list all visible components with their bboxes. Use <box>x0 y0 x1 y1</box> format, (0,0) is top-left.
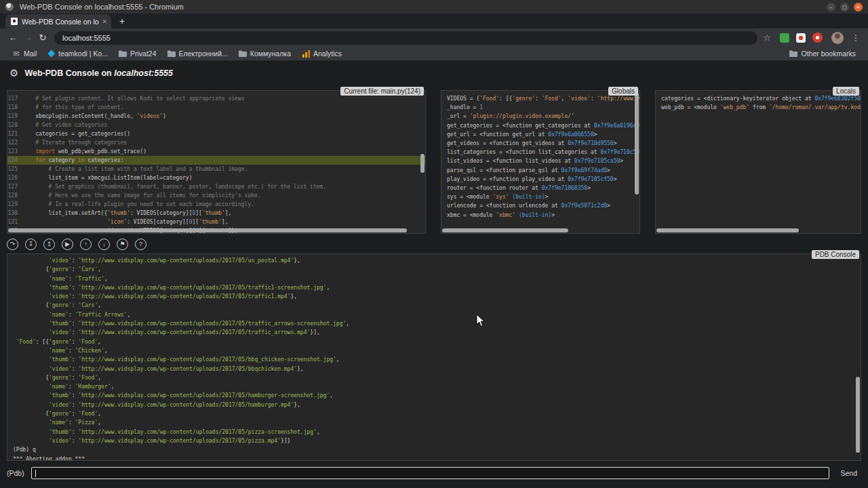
extension-green-icon[interactable] <box>780 33 789 43</box>
continue-button[interactable]: ▶ <box>62 239 73 250</box>
code-line: 119 xbmcplugin.setContent(_handle, 'vide… <box>7 112 425 121</box>
pdb-console-badge: PDB Console <box>812 250 859 259</box>
console-line: 'video': 'http://www.vidsplay.com/wp-con… <box>13 365 855 373</box>
locals-horizontal-scrollbar <box>656 228 854 232</box>
folder-icon <box>119 49 127 58</box>
console-line: {'genre': 'Food', <box>13 373 855 382</box>
next-button[interactable]: ↷ <box>7 239 18 250</box>
pdb-command-input[interactable] <box>32 470 829 481</box>
console-line: 'name': 'Traffic', <box>13 274 855 283</box>
close-button[interactable]: ✕ <box>854 3 863 12</box>
console-line: 'Food': [{'genre': 'Food', <box>13 338 855 346</box>
code-lines: 117 # Set plugin content. It allows Kodi… <box>7 91 425 233</box>
stack-down-button[interactable]: ↓ <box>98 239 110 250</box>
folder-icon <box>239 49 247 58</box>
bookmark-label: teamkodi | Ko... <box>58 49 108 58</box>
other-bookmarks-button[interactable]: Other bookmarks <box>784 47 861 60</box>
code-line: 118 # for this type of content. <box>7 103 425 112</box>
scrollbar-thumb[interactable] <box>635 93 639 195</box>
code-line: 130 list_item.setArt({'thumb': VIDEOS[ca… <box>7 209 425 218</box>
code-line: 127 # Set graphics (thumbnail, fanart, b… <box>7 182 425 191</box>
console-line: 'video': 'http://www.vidsplay.com/wp-con… <box>13 436 855 445</box>
scrollbar-thumb[interactable] <box>420 154 425 173</box>
address-bar[interactable]: localhost:5555 <box>54 31 757 45</box>
scrollbar-thumb[interactable] <box>8 228 407 232</box>
bookmark-item[interactable]: ✉Mail <box>7 47 42 60</box>
variable-line: _url = 'plugin://plugin.video.example/' <box>447 112 634 121</box>
variable-line: VIDEOS = {'Food': [{'genre': 'Food', 'vi… <box>447 94 634 103</box>
bookmarks-bar: ✉Mailteamkodi | Ko...Privat24Електронний… <box>0 47 868 61</box>
scrollbar-thumb[interactable] <box>656 228 799 232</box>
console-line: 'name': 'Hamburger', <box>13 382 855 391</box>
folder-icon <box>789 49 797 58</box>
other-bookmarks-label: Other bookmarks <box>801 49 856 58</box>
code-horizontal-scrollbar <box>8 228 419 232</box>
variable-line: router = <function router at 0x7f9e71068… <box>447 184 634 192</box>
console-line: 'video': 'http://www.vidsplay.com/wp-con… <box>13 292 855 301</box>
code-line: 122 # Iterate through categories <box>7 138 425 147</box>
back-icon[interactable]: ← <box>5 33 20 42</box>
bookmark-item[interactable]: Privat24 <box>113 47 162 60</box>
tab-favicon-icon <box>11 18 18 25</box>
console-line: 'video': 'http://www.vidsplay.com/wp-con… <box>13 256 855 265</box>
stack-up-button[interactable]: ↑ <box>80 239 92 250</box>
code-line: 128 # Here we use the same image for all… <box>7 191 425 200</box>
page-title-host: localhost:5555 <box>114 68 173 78</box>
bookmark-item[interactable]: Коммуналка <box>233 47 296 60</box>
code-line: 121 categories = get_categories() <box>7 129 425 138</box>
page-header: ⚙ Web-PDB Console on localhost:5555 <box>0 61 868 84</box>
console-line: 'name': 'Traffic Arrows', <box>13 310 855 319</box>
minimize-button[interactable]: – <box>827 3 835 12</box>
scrollbar-thumb[interactable] <box>442 228 568 232</box>
debug-toolbar: ↷↧↥▶↑↓⚑? <box>7 239 861 250</box>
send-button[interactable]: Send <box>836 468 861 479</box>
console-line: {'genre': 'Cars', <box>13 265 855 274</box>
window-controls: – ▢ ✕ <box>827 3 863 12</box>
globals-horizontal-scrollbar <box>442 228 633 232</box>
address-text: localhost:5555 <box>62 34 111 42</box>
web-pdb-page: ⚙ Web-PDB Console on localhost:5555 Curr… <box>0 61 868 488</box>
variable-line: list_categories = <function list_categor… <box>447 148 634 157</box>
console-line: 'thumb': 'http://www.vidsplay.com/wp-con… <box>13 355 855 364</box>
bookmark-label: Mail <box>24 49 37 58</box>
gear-icon: ⚙ <box>9 68 18 78</box>
console-line: 'thumb': 'http://www.vidsplay.com/wp-con… <box>13 391 855 400</box>
console-line: (Pdb) q <box>13 445 855 454</box>
extension-light-icon[interactable] <box>796 33 806 43</box>
folder-icon <box>167 49 176 58</box>
code-line: 123 import web_pdb;web_pdb.set_trace() <box>7 147 425 156</box>
bookmark-star-icon[interactable]: ☆ <box>763 33 771 42</box>
maximize-button[interactable]: ▢ <box>840 3 849 12</box>
browser-tab[interactable]: Web-PDB Console on loca ✕ <box>5 14 111 28</box>
globals-vertical-scrollbar <box>635 92 639 227</box>
console-line: 'thumb': 'http://www.vidsplay.com/wp-con… <box>13 428 855 436</box>
tab-title: Web-PDB Console on loca <box>22 18 99 26</box>
scrollbar-thumb[interactable] <box>856 377 860 453</box>
bookmark-item[interactable]: Електронний... <box>162 47 233 60</box>
forward-icon[interactable]: → <box>20 33 35 42</box>
pdb-prompt-label: (Pdb) <box>7 469 24 477</box>
extension-red-icon[interactable] <box>812 33 823 43</box>
return-button[interactable]: ↥ <box>43 239 55 250</box>
profile-avatar[interactable] <box>831 32 844 44</box>
new-tab-button[interactable]: + <box>119 16 125 26</box>
locals-badge: Locals <box>833 87 859 96</box>
text-caret <box>35 470 36 477</box>
code-line: 129 # In a real-life plugin you need to … <box>7 200 425 209</box>
bookmark-label: Електронний... <box>179 49 228 58</box>
reload-icon[interactable]: ↻ <box>35 33 50 42</box>
kodi-icon <box>47 50 55 58</box>
debug-panels-row: Current file: main.py(124) 117 # Set plu… <box>7 90 861 234</box>
code-line: 124 for category in categories: <box>7 156 425 165</box>
bookmark-item[interactable]: teamkodi | Ko... <box>42 47 113 60</box>
variable-line: web_pdb = <module 'web_pdb' from '/home/… <box>661 103 855 112</box>
browser-menu-icon[interactable]: ⋮ <box>852 33 860 43</box>
mail-icon: ✉ <box>12 49 20 58</box>
step-button[interactable]: ↧ <box>25 239 37 250</box>
where-button[interactable]: ⚑ <box>117 239 128 250</box>
bookmark-label: Analytics <box>313 49 342 58</box>
help-button[interactable]: ? <box>135 239 146 250</box>
tab-close-icon[interactable]: ✕ <box>102 18 107 25</box>
console-line: 'video': 'http://www.vidsplay.com/wp-con… <box>13 401 855 409</box>
bookmark-item[interactable]: Analytics <box>296 47 347 60</box>
